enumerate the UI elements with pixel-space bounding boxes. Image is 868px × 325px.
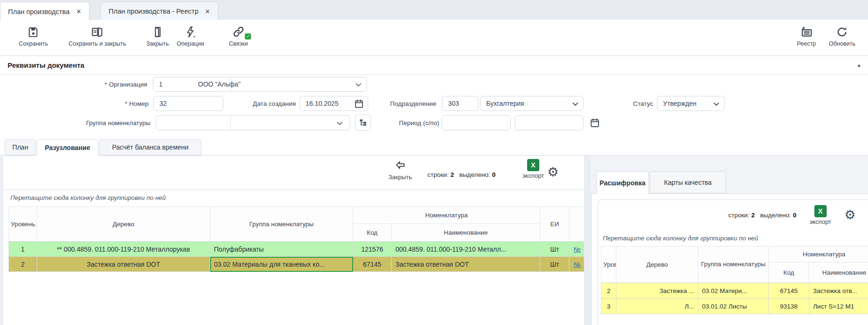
cell-name[interactable]: Застежка ответная DOT: [392, 257, 540, 272]
cell-nomenclature-group[interactable]: Полуфабрикаты: [210, 242, 353, 257]
save-button[interactable]: Сохранить: [19, 24, 48, 47]
razuzlovanie-grid-panel: Закрыть строки: 2 выделено: 0 X экспорт …: [2, 156, 585, 325]
column-nomenclature-group[interactable]: Группа номенклатуры: [210, 207, 353, 242]
cell-tree[interactable]: Застежка ...: [616, 283, 698, 299]
cell-tree[interactable]: ** 000.4859. 011.000-119-210 Металлорука…: [37, 242, 210, 257]
table-row-selected[interactable]: 2 Застежка ответная DOT 03.02 Материалы …: [9, 257, 585, 272]
column-nomenclature-group[interactable]: Группа номенклатуры: [698, 246, 769, 283]
refresh-button[interactable]: Обновить: [829, 24, 856, 47]
department-code-input[interactable]: 303: [442, 96, 478, 111]
status-select[interactable]: Утвержден: [657, 96, 725, 111]
department-name-value: Бухгалтерия: [486, 100, 524, 107]
chevron-down-icon: [355, 81, 362, 88]
export-label: экспорт: [810, 218, 831, 225]
window-tab-production-plan[interactable]: План производства ✕: [0, 2, 89, 21]
save-icon: [19, 24, 48, 38]
cell-tree[interactable]: Л...: [616, 299, 698, 314]
tab-quality-cards-label: Карты качества: [664, 179, 711, 186]
tab-razuzlovanie[interactable]: Разузлование: [37, 139, 98, 156]
table-row[interactable]: 1 ** 000.4859. 011.000-119-210 Металлору…: [9, 242, 585, 257]
status-label: Статус: [602, 96, 653, 111]
cell-level[interactable]: 1: [9, 242, 37, 257]
table-row[interactable]: 2 Застежка ... 03.02 Матери... 67145 Зас…: [601, 283, 868, 299]
operations-button[interactable]: Операции: [177, 24, 204, 47]
cell-name[interactable]: Лист S=12 М1: [809, 299, 868, 314]
organization-select[interactable]: 1 ООО "Альфа": [153, 77, 367, 92]
column-tree[interactable]: Дерево: [37, 207, 210, 242]
app-window: План производства ✕ План производства - …: [0, 0, 868, 325]
export-label: экспорт: [514, 172, 552, 179]
department-select[interactable]: Бухгалтерия: [480, 96, 584, 111]
grid-body-divider: [3, 190, 584, 190]
cell-code[interactable]: 67145: [769, 283, 809, 299]
cell-nomenclature-group[interactable]: 03.02 Матери...: [698, 283, 769, 299]
export-excel-button[interactable]: X экспорт: [514, 159, 552, 179]
registry-icon: [797, 24, 816, 38]
nomenclature-group-select[interactable]: [156, 115, 350, 130]
cell-tree[interactable]: Застежка ответная DOT: [37, 257, 210, 272]
column-name[interactable]: Наименование: [809, 262, 868, 283]
cell-code[interactable]: 121576: [353, 242, 392, 257]
registry-button-label: Реестр: [797, 40, 816, 47]
refresh-button-label: Обновить: [829, 40, 856, 47]
requisites-title: Реквизиты документа: [8, 61, 84, 69]
organization-label: * Организация: [28, 77, 147, 92]
close-icon[interactable]: ✕: [76, 8, 81, 15]
period-to-input[interactable]: [515, 115, 584, 130]
organization-code-value: 1: [153, 80, 192, 88]
column-unit[interactable]: ЕИ: [540, 207, 569, 242]
field-divider: [230, 116, 231, 130]
registry-button[interactable]: Реестр: [797, 24, 816, 47]
chain-link-icon: ✓: [229, 24, 248, 38]
column-name[interactable]: Наименование: [392, 224, 540, 242]
column-tree[interactable]: Дерево: [616, 246, 698, 283]
tab-time-balance[interactable]: Расчёт баланса времени: [99, 139, 201, 155]
grid-row-counters: строки: 2 выделено: 0: [728, 212, 797, 219]
gear-icon[interactable]: ⚙: [844, 209, 856, 222]
gear-icon[interactable]: ⚙: [547, 166, 559, 179]
cell-unit[interactable]: Шт: [540, 242, 569, 257]
save-and-close-icon: [69, 24, 126, 38]
cell-level[interactable]: 2: [601, 283, 616, 299]
door-icon: [146, 24, 169, 38]
tab-rasshifrovka[interactable]: Расшифровка: [596, 171, 649, 194]
cell-code[interactable]: 67145: [353, 257, 392, 272]
cell-level[interactable]: 2: [9, 257, 37, 272]
cell-level[interactable]: 3: [601, 299, 616, 314]
column-code[interactable]: Код: [353, 224, 392, 242]
check-badge-icon: ✓: [245, 33, 251, 40]
cell-nomenclature-group-focused[interactable]: 03.02 Материалы для тканевых ко...: [210, 257, 353, 272]
table-row[interactable]: 3 Л... 03.01.02 Листы 93138 Лист S=12 М1: [601, 299, 868, 314]
cell-nomenclature-group[interactable]: 03.01.02 Листы: [698, 299, 769, 314]
cell-name[interactable]: Застежка отв...: [809, 283, 868, 299]
selected-count-label: выделено:: [459, 171, 490, 178]
collapse-section-icon[interactable]: ▲: [857, 63, 861, 68]
number-link[interactable]: №: [574, 246, 581, 253]
cell-unit[interactable]: Шт: [540, 257, 569, 272]
links-button[interactable]: ✓ Связки: [229, 24, 248, 47]
column-group-nomenclature[interactable]: Номенклатура: [769, 246, 868, 262]
column-level[interactable]: Уровень: [9, 207, 37, 242]
organization-name-value: ООО "Альфа": [192, 80, 241, 88]
panel-splitter[interactable]: [584, 156, 591, 325]
close-icon[interactable]: ✕: [205, 8, 210, 15]
tab-plan[interactable]: План: [5, 139, 36, 155]
calendar-icon[interactable]: [590, 118, 600, 128]
close-document-button[interactable]: Закрыть: [146, 24, 169, 47]
export-excel-button[interactable]: X экспорт: [810, 205, 831, 225]
window-tab-label: План производства: [8, 8, 70, 16]
column-group-nomenclature[interactable]: Номенклатура: [353, 207, 540, 224]
period-from-input[interactable]: [442, 115, 511, 130]
tab-quality-cards[interactable]: Карты качества: [650, 171, 726, 193]
cell-code[interactable]: 93138: [769, 299, 809, 314]
column-code[interactable]: Код: [769, 262, 809, 283]
grid-close-button[interactable]: Закрыть: [379, 159, 421, 181]
cell-name[interactable]: 000.4859. 011.000-119-210 Металл...: [392, 242, 540, 257]
save-and-close-button[interactable]: Сохранить и закрыть: [69, 24, 126, 47]
column-level[interactable]: Уровень: [601, 246, 616, 283]
excel-icon: X: [527, 159, 539, 171]
chevron-down-icon: [713, 101, 720, 108]
window-tab-production-plan-registry[interactable]: План производства - Реестр ✕: [101, 2, 218, 20]
nomenclature-group-label: Группа номенклатуры: [28, 115, 150, 130]
number-link[interactable]: №: [574, 261, 581, 268]
